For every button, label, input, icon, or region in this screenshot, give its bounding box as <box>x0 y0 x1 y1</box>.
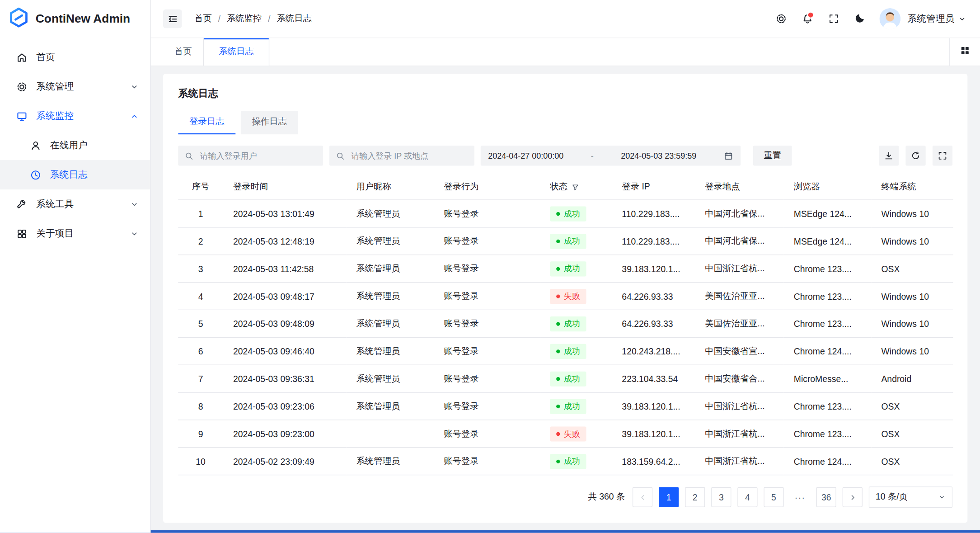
cell-behavior: 账号登录 <box>434 200 540 227</box>
chevron-right-icon <box>849 493 857 501</box>
cell-os: Windows 10 <box>871 227 953 255</box>
cell-no: 2 <box>178 227 223 255</box>
download-button[interactable] <box>879 146 899 165</box>
cell-os: OSX <box>871 392 953 420</box>
reset-button[interactable]: 重置 <box>753 146 792 165</box>
user-avatar[interactable] <box>879 8 900 29</box>
pagination: 共 360 条 12345···36 10 条/页 <box>178 486 952 508</box>
sidebar-item-online-users[interactable]: 在线用户 <box>0 131 150 160</box>
login-user-search[interactable] <box>178 146 323 165</box>
cell-ip: 183.159.64.2... <box>612 448 695 475</box>
login-ip-search[interactable] <box>329 146 474 165</box>
fullscreen-button[interactable] <box>823 9 844 29</box>
status-dot-icon <box>556 267 560 270</box>
log-tabs: 登录日志 操作日志 <box>178 111 952 135</box>
cell-ip: 39.183.120.1... <box>612 420 695 448</box>
cell-status: 成功 <box>540 310 612 337</box>
pagination-next-button[interactable] <box>843 487 863 507</box>
pagination-page[interactable]: 4 <box>737 487 757 507</box>
cell-behavior: 账号登录 <box>434 337 540 365</box>
cell-login-time: 2024-05-03 09:46:40 <box>223 337 347 365</box>
cell-location: 中国浙江省杭... <box>695 392 783 420</box>
pagination-ellipsis[interactable]: ··· <box>790 487 810 507</box>
tab-operation-log[interactable]: 操作日志 <box>241 111 298 135</box>
app-logo[interactable]: ContiNew Admin <box>0 0 150 38</box>
cell-behavior: 账号登录 <box>434 392 540 420</box>
home-icon <box>16 52 28 63</box>
download-icon <box>884 151 894 160</box>
cell-status: 失败 <box>540 420 612 448</box>
pagination-page[interactable]: 2 <box>685 487 705 507</box>
status-dot-icon <box>556 377 560 380</box>
page-size-value: 10 条/页 <box>876 491 908 503</box>
status-dot-icon <box>556 432 560 435</box>
sidebar-item-home[interactable]: 首页 <box>0 42 150 72</box>
window-tab-system-log[interactable]: 系统日志 <box>203 38 270 66</box>
table-fullscreen-button[interactable] <box>933 146 952 165</box>
user-menu[interactable]: 系统管理员 <box>908 13 966 24</box>
user-name: 系统管理员 <box>908 13 955 24</box>
pagination-page[interactable]: 5 <box>764 487 783 507</box>
cell-location: 中国安徽省合... <box>695 365 783 392</box>
date-range-picker[interactable]: 2024-04-27 00:00:00 - 2024-05-03 23:59:5… <box>481 146 741 165</box>
cell-ip: 223.104.33.54 <box>612 365 695 392</box>
app-window: ContiNew Admin 首页 系统管理 <box>0 0 980 533</box>
grid-layout-icon <box>960 46 970 58</box>
cell-login-time: 2024-05-02 23:09:49 <box>223 448 347 475</box>
chevron-down-icon <box>958 15 966 23</box>
status-badge: 成功 <box>550 454 586 469</box>
cell-no: 8 <box>178 392 223 420</box>
sidebar: ContiNew Admin 首页 系统管理 <box>0 0 150 533</box>
grid-icon <box>16 228 28 239</box>
login-ip-input[interactable] <box>350 151 453 161</box>
pagination-page[interactable]: 3 <box>711 487 731 507</box>
page-size-select[interactable]: 10 条/页 <box>869 486 952 508</box>
refresh-button[interactable] <box>905 146 925 165</box>
window-tab-home[interactable]: 首页 <box>163 38 203 66</box>
cell-behavior: 账号登录 <box>434 420 540 448</box>
breadcrumb: 首页 / 系统监控 / 系统日志 <box>194 13 312 24</box>
status-badge: 成功 <box>550 371 586 386</box>
notification-button[interactable] <box>797 9 818 29</box>
cell-os: Windows 10 <box>871 337 953 365</box>
pagination-page[interactable]: 1 <box>659 487 679 507</box>
pagination-prev-button[interactable] <box>633 487 652 507</box>
chevron-up-icon <box>130 112 139 120</box>
filter-icon[interactable] <box>571 183 579 191</box>
dark-mode-button[interactable] <box>849 9 870 29</box>
table-row: 4 2024-05-03 09:48:17 系统管理员 账号登录 失败 64.2… <box>178 283 953 310</box>
cell-status: 成功 <box>540 255 612 283</box>
cell-nickname: 系统管理员 <box>346 200 434 227</box>
settings-button[interactable] <box>771 9 792 29</box>
sidebar-item-system-management[interactable]: 系统管理 <box>0 72 150 101</box>
tab-login-log[interactable]: 登录日志 <box>178 111 235 135</box>
cell-browser: Chrome 123.... <box>784 283 872 310</box>
status-dot-icon <box>556 212 560 215</box>
cell-behavior: 账号登录 <box>434 227 540 255</box>
monitor-icon <box>16 110 28 122</box>
cell-no: 6 <box>178 337 223 365</box>
status-dot-icon <box>556 239 560 243</box>
status-dot-icon <box>556 459 560 463</box>
login-user-input[interactable] <box>199 151 301 161</box>
sidebar-item-about-project[interactable]: 关于项目 <box>0 219 150 248</box>
cell-browser: MSEdge 124... <box>784 227 872 255</box>
breadcrumb-system-monitor[interactable]: 系统监控 <box>227 13 262 24</box>
column-header-behavior: 登录行为 <box>434 175 540 200</box>
cell-login-time: 2024-05-03 09:23:00 <box>223 420 347 448</box>
cell-ip: 110.229.183.... <box>612 227 695 255</box>
breadcrumb-home[interactable]: 首页 <box>194 13 212 24</box>
sidebar-item-system-log[interactable]: 系统日志 <box>0 160 150 189</box>
column-header-location: 登录地点 <box>695 175 783 200</box>
cell-status: 成功 <box>540 392 612 420</box>
status-badge: 成功 <box>550 206 586 221</box>
search-icon <box>336 151 345 160</box>
cell-location: 中国河北省保... <box>695 227 783 255</box>
sidebar-collapse-button[interactable] <box>163 9 182 28</box>
sidebar-item-system-tools[interactable]: 系统工具 <box>0 189 150 219</box>
status-badge: 失败 <box>550 288 586 303</box>
tab-layout-button[interactable] <box>949 38 980 66</box>
pagination-page[interactable]: 36 <box>816 487 836 507</box>
cell-ip: 110.229.183.... <box>612 200 695 227</box>
sidebar-item-system-monitor[interactable]: 系统监控 <box>0 101 150 131</box>
